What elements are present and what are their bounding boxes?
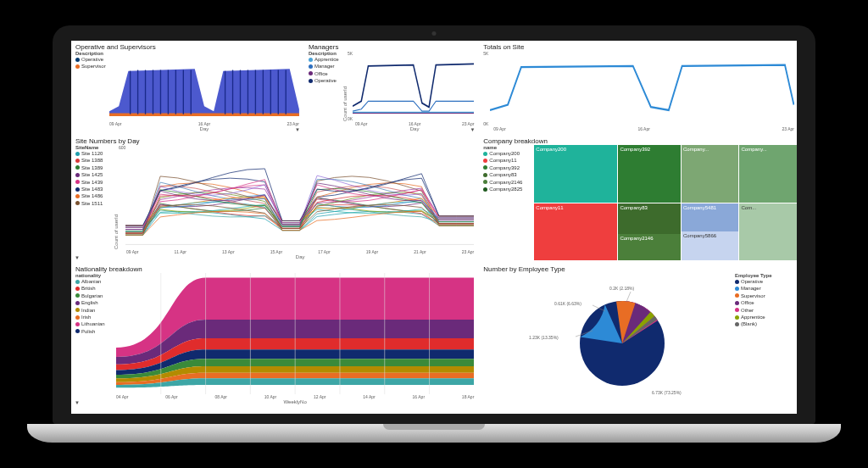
tile-site-numbers-by-day[interactable]: Site Numbers by Day SiteName Site 1120Si…: [71, 135, 478, 262]
chevron-down-icon[interactable]: ▼: [470, 127, 475, 132]
legend-item[interactable]: Lithuanian: [75, 320, 116, 327]
legend-label-text: Apprentice: [314, 56, 339, 63]
legend-label-text: Manager: [741, 285, 761, 292]
tile-operative-supervisors[interactable]: Operative and Supervisors Description Op…: [71, 41, 303, 134]
tree-cell[interactable]: Company200: [534, 145, 617, 203]
x-axis-label: WeeklyNo: [116, 399, 474, 404]
legend-swatch: [735, 301, 739, 305]
legend-item[interactable]: Irish: [75, 314, 116, 320]
legend-item[interactable]: Supervisor: [735, 292, 794, 299]
legend-item[interactable]: Site 1388: [75, 157, 114, 164]
legend-label-text: Company83: [489, 171, 516, 178]
legend-item[interactable]: Supervisor: [75, 63, 109, 70]
legend-swatch: [75, 293, 80, 298]
legend-swatch: [483, 159, 487, 163]
tree-cell[interactable]: Company11: [534, 203, 617, 261]
legend-label-text: Company200: [489, 150, 520, 157]
legend-item[interactable]: Apprentice: [735, 314, 794, 320]
laptop-mockup: Operative and Supervisors Description Op…: [53, 25, 815, 443]
y-axis-label: Count of userId: [342, 51, 348, 121]
tree-cell[interactable]: Company...: [739, 145, 796, 203]
legend-swatch: [483, 173, 487, 177]
legend-item[interactable]: Polish: [75, 328, 116, 335]
x-tick: 23 Apr: [782, 126, 794, 131]
tile-totals-on-site[interactable]: Totals on Site 5K 0K 09 Apr16 Apr23 Apr: [479, 41, 797, 134]
legend-item[interactable]: Site 1425: [75, 171, 114, 178]
legend-swatch: [483, 152, 487, 156]
legend-item[interactable]: (Blank): [735, 320, 794, 327]
chart-ops: [109, 51, 299, 121]
legend-swatch: [75, 280, 80, 284]
legend-item[interactable]: Operative: [309, 77, 342, 84]
legend-item[interactable]: Albanian: [75, 278, 116, 285]
legend-item[interactable]: Site 1511: [75, 200, 114, 207]
x-tick: 16 Apr: [637, 126, 649, 131]
legend-item[interactable]: Site 1389: [75, 164, 114, 171]
legend-label-text: Albanian: [81, 278, 101, 285]
legend-item[interactable]: Apprentice: [309, 56, 342, 63]
tile-title: Site Numbers by Day: [75, 137, 474, 145]
legend-item[interactable]: English: [75, 299, 116, 306]
legend-item[interactable]: Indian: [75, 307, 116, 314]
chevron-down-icon[interactable]: ▼: [295, 127, 300, 132]
x-axis-label: Day: [126, 254, 474, 259]
legend-item[interactable]: Company392: [483, 164, 534, 171]
legend-item[interactable]: British: [75, 285, 116, 292]
legend-item[interactable]: Company11: [483, 157, 534, 164]
legend-item[interactable]: Manager: [735, 285, 794, 292]
x-ticks: 09 Apr16 Apr23 Apr: [493, 126, 794, 131]
legend-label-text: Indian: [81, 307, 95, 314]
legend-item[interactable]: Company2825: [483, 186, 534, 192]
legend-item[interactable]: Bulgarian: [75, 292, 116, 299]
legend-swatch: [483, 180, 487, 184]
chart-pie: 6.73K (73.25%) 1.23K (13.35%) 0.61K (6.6…: [483, 273, 735, 404]
chevron-down-icon[interactable]: ▼: [75, 400, 80, 405]
legend-swatch: [75, 287, 80, 291]
y-tick: 0K: [483, 121, 488, 126]
legend-label-text: Site 1511: [81, 200, 103, 207]
tree-cell[interactable]: Company2146: [618, 234, 681, 260]
tree-cell[interactable]: Company5866: [682, 231, 738, 260]
tree-cell[interactable]: Company392: [618, 145, 681, 203]
legend-swatch: [75, 173, 80, 177]
tile-company-breakdown[interactable]: Company breakdown name Company200Company…: [479, 135, 797, 262]
legend-item[interactable]: Other: [735, 307, 794, 314]
legend-item[interactable]: Site 1120: [75, 150, 114, 157]
legend-item[interactable]: Site 1483: [75, 186, 114, 192]
legend-label-text: Site 1483: [81, 186, 103, 192]
tile-nationality-breakdown[interactable]: Nationality breakdown nationality Albani…: [71, 263, 478, 407]
legend-item[interactable]: Company2146: [483, 179, 534, 186]
legend-swatch: [75, 301, 80, 305]
legend-item[interactable]: Operative: [735, 278, 794, 285]
pie-label: 0.2K (2.18%): [609, 286, 635, 291]
tile-managers[interactable]: Managers Description ApprenticeManagerOf…: [304, 41, 478, 134]
legend-label-text: Manager: [314, 63, 335, 70]
legend-item[interactable]: Manager: [309, 63, 342, 70]
legend-swatch: [75, 58, 80, 62]
legend-item[interactable]: Company200: [483, 150, 534, 157]
legend-item[interactable]: Office: [735, 299, 794, 306]
tree-cell[interactable]: Com...: [739, 203, 796, 261]
legend-item[interactable]: Company83: [483, 171, 534, 178]
legend-swatch: [75, 194, 80, 198]
legend-swatch: [735, 308, 739, 312]
legend-label-text: Bulgarian: [81, 292, 103, 299]
chart-managers: [353, 51, 474, 121]
pie-label: 1.23K (13.35%): [529, 335, 559, 340]
legend-label-text: Polish: [81, 328, 95, 335]
legend-item[interactable]: Site 1439: [75, 179, 114, 186]
legend-item[interactable]: Operative: [75, 56, 109, 63]
chevron-down-icon[interactable]: ▼: [75, 255, 80, 260]
tree-cell[interactable]: Company...: [682, 145, 738, 203]
legend-label-text: (Blank): [741, 320, 757, 327]
legend-label-text: Site 1425: [81, 171, 103, 178]
legend-label-text: Office: [741, 299, 754, 306]
legend-label-text: Operative: [314, 77, 337, 84]
legend-label-text: Site 1389: [81, 164, 103, 171]
chart-totals: [490, 51, 794, 126]
tile-title: Number by Employee Type: [483, 265, 794, 273]
tile-number-by-employee-type[interactable]: Number by Employee Type: [479, 263, 797, 407]
legend-item[interactable]: Office: [309, 70, 342, 77]
legend-swatch: [75, 64, 80, 69]
legend-item[interactable]: Site 1486: [75, 192, 114, 199]
